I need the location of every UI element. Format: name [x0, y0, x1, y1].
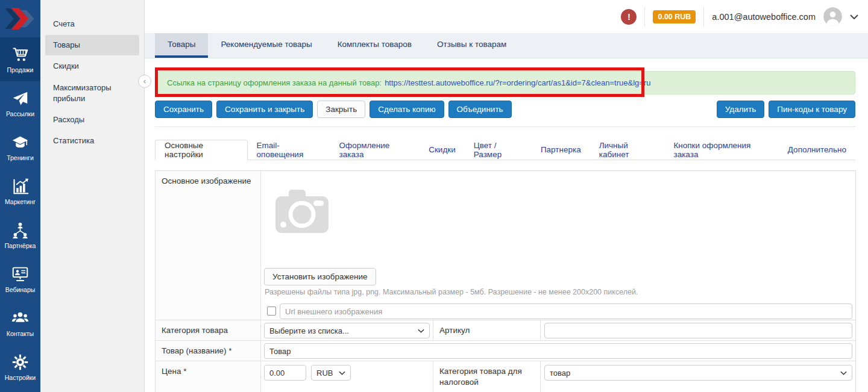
- category-select-value: Выберите из списка...: [269, 326, 349, 335]
- subtab-color-size[interactable]: Цвет / Размер: [465, 140, 532, 160]
- subtab-order-buttons[interactable]: Кнопки оформления заказа: [664, 140, 778, 160]
- subtab-main-settings[interactable]: Основные настройки: [155, 140, 248, 160]
- submenu-item-profit-maximizers[interactable]: Максимизаторы прибыли: [45, 78, 139, 109]
- main-area: ! 0.00 RUB a.001@autoweboffice.com Товар…: [145, 0, 868, 392]
- submenu-item-products[interactable]: Товары: [45, 35, 139, 55]
- action-buttons: Сохранить Сохранить и закрыть Закрыть Сд…: [155, 101, 855, 118]
- sidebar-item-trainings[interactable]: Тренинги: [0, 125, 40, 169]
- order-link-label: Ссылка на страницу оформления заказа на …: [167, 78, 382, 87]
- select-chevron-icon: [840, 371, 847, 375]
- sku-input[interactable]: [544, 323, 852, 338]
- sidebar-item-mailings[interactable]: Рассылки: [0, 81, 40, 125]
- sidebar-item-label: Контакты: [7, 330, 34, 337]
- sidebar-item-label: Вебинары: [5, 286, 36, 293]
- sidebar-item-label: Тренинги: [7, 154, 34, 161]
- user-avatar-icon: [823, 7, 842, 26]
- subtab-personal-account[interactable]: Личный кабинет: [590, 140, 665, 160]
- merge-button[interactable]: Объединить: [448, 101, 512, 118]
- tax-category-label: Категория товара для налоговой: [433, 361, 541, 392]
- header-divider: [644, 7, 645, 27]
- webinar-icon: [11, 266, 29, 283]
- order-link-banner: Ссылка на страницу оформления заказа на …: [158, 71, 855, 95]
- tab-product-reviews[interactable]: Отзывы к товарам: [424, 33, 519, 58]
- main-tabbar: Товары Рекомендуемые товары Комплекты то…: [145, 33, 868, 58]
- delete-button[interactable]: Удалить: [717, 101, 765, 118]
- camera-placeholder-icon: [274, 188, 330, 235]
- sidebar-item-marketing[interactable]: Маркетинг: [0, 169, 40, 213]
- app-window: Продажи Рассылки Тренинги: [0, 0, 868, 392]
- tab-product-bundles[interactable]: Комплекты товаров: [325, 33, 424, 58]
- tax-category-select-value: товар: [550, 369, 570, 378]
- subtab-email-notifications[interactable]: Email-оповещения: [248, 140, 330, 160]
- submenu-item-discounts[interactable]: Скидки: [45, 56, 139, 76]
- select-chevron-icon: [339, 371, 345, 375]
- image-requirements-hint: Разрешены файлы типа jpg, png. Максималь…: [265, 288, 638, 296]
- section-divider: [155, 126, 855, 127]
- app-logo[interactable]: [0, 0, 40, 37]
- submenu-item-expenses[interactable]: Расходы: [45, 110, 139, 130]
- subtab-order-processing[interactable]: Оформление заказа: [330, 140, 420, 160]
- chart-growth-icon: [11, 178, 29, 195]
- warning-icon[interactable]: !: [621, 9, 637, 25]
- balance-badge[interactable]: 0.00 RUB: [653, 10, 696, 23]
- product-name-label: Товар (название) *: [156, 341, 261, 361]
- cart-icon: [11, 46, 29, 63]
- sidebar-collapse-button[interactable]: ‹: [138, 75, 151, 88]
- main-image-label: Основное изображение: [156, 171, 261, 320]
- currency-select[interactable]: RUB: [311, 365, 351, 381]
- top-header: ! 0.00 RUB a.001@autoweboffice.com: [145, 0, 868, 33]
- section-submenu: Счета Товары Скидки Максимизаторы прибыл…: [40, 0, 145, 392]
- sidebar-item-label: Маркетинг: [5, 198, 36, 205]
- header-divider: [703, 7, 704, 27]
- gear-icon: [11, 353, 29, 371]
- category-select[interactable]: Выберите из списка...: [264, 323, 430, 338]
- sidebar-item-affiliate[interactable]: Партнёрка: [0, 213, 40, 257]
- close-button[interactable]: Закрыть: [317, 101, 365, 118]
- sidebar-item-label: Рассылки: [6, 110, 34, 117]
- sidebar-item-label: Настройки: [5, 374, 36, 381]
- tab-recommended-products[interactable]: Рекомендуемые товары: [208, 33, 324, 58]
- category-label: Категория товара: [156, 320, 261, 340]
- graduation-cap-icon: [11, 134, 29, 151]
- icon-sidebar: Продажи Рассылки Тренинги: [0, 0, 40, 392]
- pin-codes-button[interactable]: Пин-коды к товару: [769, 101, 855, 118]
- product-name-input[interactable]: [264, 343, 852, 359]
- submenu-item-accounts[interactable]: Счета: [45, 14, 139, 34]
- sidebar-item-sales[interactable]: Продажи: [0, 37, 40, 81]
- paper-plane-icon: [11, 90, 29, 107]
- select-chevron-icon: [418, 329, 424, 333]
- tax-category-select[interactable]: товар: [544, 365, 852, 381]
- chevrons-logo-icon: [5, 7, 36, 30]
- external-image-checkbox[interactable]: [267, 306, 276, 316]
- currency-select-value: RUB: [316, 369, 333, 378]
- sidebar-item-webinars[interactable]: Вебинары: [0, 257, 40, 301]
- sidebar-item-label: Партнёрка: [5, 242, 36, 249]
- order-page-link[interactable]: https://testtest.autoweboffice.ru/?r=ord…: [385, 78, 650, 87]
- save-and-close-button[interactable]: Сохранить и закрыть: [216, 101, 313, 118]
- product-form: Основное изображение Установить изображе…: [155, 170, 856, 392]
- save-button[interactable]: Сохранить: [155, 101, 212, 118]
- chevron-down-icon[interactable]: [850, 14, 858, 19]
- sidebar-item-settings[interactable]: Настройки: [0, 345, 40, 389]
- make-copy-button[interactable]: Сделать копию: [370, 101, 444, 118]
- price-input[interactable]: [264, 365, 306, 381]
- subtab-affiliate[interactable]: Партнерка: [532, 140, 590, 160]
- avatar[interactable]: [823, 7, 842, 26]
- settings-subtabs: Основные настройки Email-оповещения Офор…: [155, 140, 855, 160]
- sidebar-item-contacts[interactable]: Контакты: [0, 301, 40, 345]
- price-label: Цена *: [156, 361, 261, 392]
- people-icon: [11, 310, 29, 327]
- sidebar-item-label: Продажи: [7, 66, 34, 73]
- set-image-button[interactable]: Установить изображение: [264, 268, 376, 285]
- account-email: a.001@autoweboffice.com: [712, 12, 816, 22]
- network-icon: [11, 222, 29, 239]
- tab-products[interactable]: Товары: [155, 33, 208, 58]
- external-image-url-input[interactable]: [280, 303, 852, 319]
- subtab-additional[interactable]: Дополнительно: [779, 140, 855, 160]
- submenu-item-statistics[interactable]: Статистика: [45, 131, 139, 151]
- subtab-discounts[interactable]: Скидки: [420, 140, 465, 160]
- sku-label: Артикул: [433, 320, 541, 340]
